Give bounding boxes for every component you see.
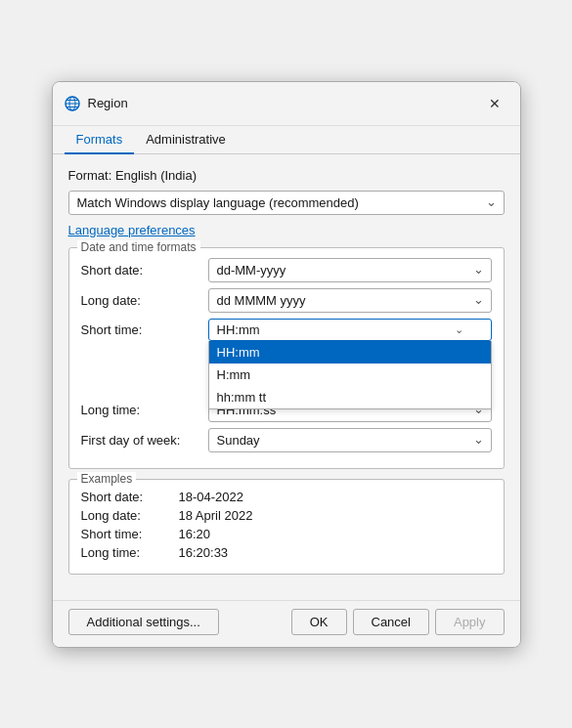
short-time-option-hmm[interactable]: H:mm	[209, 364, 491, 386]
short-date-row: Short date: dd-MM-yyyy	[81, 258, 492, 282]
globe-icon	[65, 96, 80, 111]
long-date-dropdown[interactable]: dd MMMM yyyy	[208, 288, 492, 313]
first-day-wrapper: Sunday	[208, 428, 492, 452]
examples-box: Examples Short date: 18-04-2022 Long dat…	[68, 479, 505, 575]
cancel-button[interactable]: Cancel	[353, 609, 429, 635]
short-date-wrapper: dd-MM-yyyy	[208, 258, 492, 282]
short-time-row: Short time: HH:mm ⌄ HH:mm H:mm hh:mm tt	[81, 319, 492, 341]
ok-button[interactable]: OK	[291, 609, 347, 635]
long-date-control: dd MMMM yyyy	[208, 288, 492, 313]
tab-bar: Formats Administrative	[53, 126, 520, 154]
additional-settings-button[interactable]: Additional settings...	[68, 609, 219, 635]
language-preferences-link[interactable]: Language preferences	[68, 223, 196, 237]
first-day-control: Sunday	[208, 428, 492, 452]
short-time-label: Short time:	[81, 319, 208, 337]
long-date-wrapper: dd MMMM yyyy	[208, 288, 492, 313]
button-row: Additional settings... OK Cancel Apply	[53, 600, 520, 647]
tab-administrative[interactable]: Administrative	[134, 126, 238, 154]
long-date-row: Long date: dd MMMM yyyy	[81, 288, 492, 313]
format-dropdown-wrapper: Match Windows display language (recommen…	[68, 191, 505, 215]
example-long-date: Long date: 18 April 2022	[81, 508, 492, 523]
long-time-label: Long time:	[81, 403, 208, 417]
short-time-option-hhmmtt[interactable]: hh:mm tt	[209, 386, 491, 408]
title-bar: Region ✕	[53, 82, 520, 126]
example-long-time: Long time: 16:20:33	[81, 545, 492, 560]
date-time-group-title: Date and time formats	[77, 240, 200, 254]
first-day-label: First day of week:	[81, 433, 208, 448]
example-short-date: Short date: 18-04-2022	[81, 490, 492, 504]
chevron-down-icon: ⌄	[455, 323, 463, 336]
date-time-group: Date and time formats Short date: dd-MM-…	[68, 247, 505, 469]
region-window: Region ✕ Formats Administrative Format: …	[52, 81, 521, 648]
short-date-label: Short date:	[81, 263, 208, 278]
short-time-option-hhmm[interactable]: HH:mm	[209, 341, 491, 364]
first-day-row: First day of week: Sunday	[81, 428, 492, 452]
long-date-label: Long date:	[81, 293, 208, 308]
main-content: Format: English (India) Match Windows di…	[53, 154, 520, 600]
short-time-control: HH:mm ⌄ HH:mm H:mm hh:mm tt	[208, 319, 492, 341]
short-date-dropdown[interactable]: dd-MM-yyyy	[208, 258, 492, 282]
close-button[interactable]: ✕	[481, 90, 508, 117]
window-title: Region	[88, 96, 481, 110]
examples-title: Examples	[77, 472, 137, 486]
apply-button[interactable]: Apply	[435, 609, 505, 635]
tab-formats[interactable]: Formats	[65, 126, 135, 154]
format-row: Format: English (India)	[68, 168, 505, 183]
first-day-dropdown[interactable]: Sunday	[208, 428, 492, 452]
short-time-dropdown-display[interactable]: HH:mm ⌄	[208, 319, 492, 341]
example-short-time: Short time: 16:20	[81, 527, 492, 541]
short-date-control: dd-MM-yyyy	[208, 258, 492, 282]
format-dropdown[interactable]: Match Windows display language (recommen…	[68, 191, 505, 215]
format-label: Format: English (India)	[68, 168, 198, 183]
short-time-dropdown-list: HH:mm H:mm hh:mm tt	[208, 341, 492, 409]
